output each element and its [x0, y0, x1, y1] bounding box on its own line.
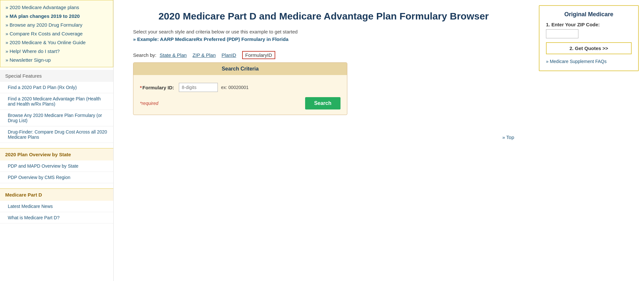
medicare-part-d-title: Medicare Part D: [0, 188, 113, 201]
zip-label: 1. Enter Your ZIP Code:: [546, 22, 632, 27]
original-medicare-box: Original Medicare 1. Enter Your ZIP Code…: [539, 5, 639, 71]
search-criteria-box: Search Criteria *Formulary ID: ex: 00020…: [133, 62, 347, 115]
special-features-title: Special Features: [0, 70, 113, 82]
sidebar-nav-nav-newsletter[interactable]: » Newsletter Sign-up: [0, 56, 113, 64]
search-button[interactable]: Search: [305, 97, 341, 109]
search-by-row: Search by: State & PlanZIP & PlanPlanIDF…: [133, 51, 514, 59]
form-footer: *required Search: [133, 95, 347, 109]
sidebar-nav-top: » 2020 Medicare Advantage plans» MA plan…: [0, 0, 113, 67]
subtitle: Select your search style and criteria be…: [133, 29, 514, 34]
search-by-label: Search by:: [133, 52, 156, 58]
tab-formulary-id[interactable]: FormularyID: [242, 51, 276, 59]
example-link[interactable]: » Example: AARP MedicareRx Preferred (PD…: [133, 36, 288, 42]
get-quotes-button[interactable]: 2. Get Quotes >>: [546, 42, 632, 54]
sidebar-item-sf-formulary[interactable]: Browse Any 2020 Medicare Plan Formulary …: [0, 110, 113, 126]
tab-plan-id[interactable]: PlanID: [222, 52, 236, 58]
sidebar-item-mpd-what-is[interactable]: What is Medicare Part D?: [0, 212, 113, 224]
sidebar-nav-nav-drug-formulary[interactable]: » Browse any 2020 Drug Formulary: [0, 20, 113, 29]
sidebar-item-mpd-news[interactable]: Latest Medicare News: [0, 201, 113, 212]
sidebar-item-sf-drug-finder[interactable]: Drug-Finder: Compare Drug Cost Across al…: [0, 126, 113, 143]
formulary-id-hint: ex: 00020001: [221, 85, 249, 90]
sidebar-nav-nav-online-guide[interactable]: » 2020 Medicare & You Online Guide: [0, 38, 113, 47]
sidebar-item-sf-part-d[interactable]: Find a 2020 Part D Plan (Rx Only): [0, 82, 113, 93]
tab-state-plan[interactable]: State & Plan: [160, 52, 187, 58]
sidebar-nav-nav-ma-plans[interactable]: » 2020 Medicare Advantage plans: [0, 3, 113, 12]
required-note: *required: [140, 101, 158, 106]
main-content: 2020 Medicare Part D and Medicare Advant…: [114, 0, 534, 281]
sidebar-item-so-pdp-mapd[interactable]: PDP and MAPD Overview by State: [0, 160, 113, 172]
sidebar: » 2020 Medicare Advantage plans» MA plan…: [0, 0, 114, 281]
original-medicare-title: Original Medicare: [546, 11, 632, 18]
supplement-faqs-link[interactable]: » Medicare Supplement FAQs: [546, 59, 607, 64]
formulary-id-row: *Formulary ID: ex: 00020001: [133, 80, 347, 95]
special-features-section: Special Features Find a 2020 Part D Plan…: [0, 67, 113, 146]
top-link-row: » Top: [133, 134, 514, 140]
sidebar-item-sf-ma-plan[interactable]: Find a 2020 Medicare Advantage Plan (Hea…: [0, 93, 113, 110]
right-panel: Original Medicare 1. Enter Your ZIP Code…: [534, 0, 644, 281]
required-star: *: [140, 85, 142, 90]
formulary-id-input[interactable]: [179, 83, 218, 92]
tab-zip-plan[interactable]: ZIP & Plan: [192, 52, 216, 58]
state-overview-title: 2020 Plan Overview by State: [0, 148, 113, 160]
search-criteria-title: Search Criteria: [133, 63, 347, 75]
top-link[interactable]: » Top: [502, 134, 514, 140]
page-title: 2020 Medicare Part D and Medicare Advant…: [133, 10, 514, 22]
medicare-part-d-section: Medicare Part D Latest Medicare NewsWhat…: [0, 186, 113, 226]
formulary-id-label: *Formulary ID:: [140, 85, 176, 90]
state-overview-section: 2020 Plan Overview by State PDP and MAPD…: [0, 146, 113, 186]
zip-input[interactable]: [546, 29, 578, 38]
sidebar-item-so-pdp-region[interactable]: PDP Overview by CMS Region: [0, 172, 113, 183]
sidebar-nav-nav-compare-rx[interactable]: » Compare Rx Costs and Coverage: [0, 29, 113, 38]
sidebar-nav-nav-ma-changes[interactable]: » MA plan changes 2019 to 2020: [0, 12, 113, 20]
sidebar-nav-nav-help[interactable]: » Help! Where do I start?: [0, 47, 113, 56]
